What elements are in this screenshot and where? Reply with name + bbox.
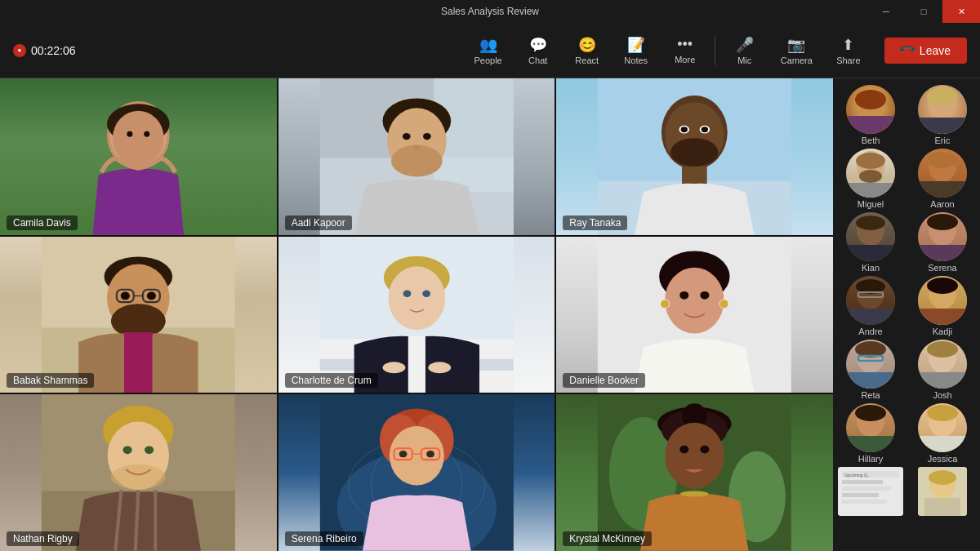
minimize-button[interactable]: ─	[867, 0, 905, 23]
video-cell-krystal[interactable]: Krystal McKinney	[556, 394, 833, 551]
avatar-kadji	[918, 276, 967, 325]
svg-point-43	[422, 290, 430, 296]
people-icon: 👥	[479, 36, 497, 54]
chat-button[interactable]: 💬 Chat	[515, 31, 561, 70]
sidebar-name-beth: Beth	[862, 136, 880, 145]
svg-point-52	[701, 291, 710, 300]
sidebar-thumb-eric[interactable]: Eric	[908, 85, 977, 145]
camera-label: Camera	[781, 56, 813, 65]
chat-label: Chat	[528, 56, 547, 65]
share-label: Share	[836, 56, 860, 65]
main-area: Camila Davis	[0, 78, 980, 551]
svg-point-93	[856, 153, 885, 169]
sidebar-thumb-miguel[interactable]: Miguel	[836, 149, 905, 209]
sidebar-name-miguel: Miguel	[858, 199, 884, 209]
nametag-danielle: Danielle Booker	[563, 373, 645, 388]
window-title: Sales Analysis Review	[441, 6, 539, 17]
sidebar-thumb-andre[interactable]: Andre	[836, 276, 905, 336]
sidebar-thumb-josh[interactable]: Josh	[908, 340, 977, 400]
nametag-aadi: Aadi Kapoor	[285, 216, 352, 230]
leave-button[interactable]: 📞 Leave	[884, 38, 967, 64]
sidebar-name-serena: Serena	[928, 263, 956, 273]
svg-point-13	[423, 133, 431, 140]
sidebar-name-aaron: Aaron	[930, 199, 954, 209]
close-button[interactable]: ✕	[942, 0, 980, 23]
sidebar-thumb-kadji[interactable]: Kadji	[908, 276, 977, 336]
sidebar-thumb-kian[interactable]: Kian	[836, 212, 905, 273]
avatar-aaron	[918, 149, 967, 198]
sidebar-name-kian: Kian	[862, 263, 880, 273]
titlebar: Sales Analysis Review ─ □ ✕	[0, 0, 980, 23]
video-cell-nathan[interactable]: Nathan Rigby	[0, 394, 277, 551]
camera-button[interactable]: 📷 Camera	[771, 31, 822, 70]
react-label: React	[575, 56, 599, 65]
video-cell-aadi[interactable]: Aadi Kapoor	[278, 78, 555, 235]
participant-video-babak	[0, 237, 277, 393]
sidebar-thumb-jessica[interactable]: Jessica	[908, 403, 977, 464]
video-cell-babak[interactable]: Babak Shammas	[0, 237, 277, 393]
svg-rect-128	[842, 487, 891, 491]
sidebar-name-andre: Andre	[858, 327, 882, 336]
svg-point-33	[121, 291, 130, 300]
notes-label: Notes	[624, 56, 648, 65]
people-button[interactable]: 👥 People	[464, 31, 511, 70]
nametag-ray: Ray Tanaka	[563, 216, 627, 230]
sidebar-thumb-aaron[interactable]: Aaron	[908, 149, 977, 209]
svg-rect-111	[918, 309, 967, 325]
maximize-button[interactable]: □	[905, 0, 942, 23]
sidebar-name-reta: Reta	[861, 390, 880, 400]
svg-point-42	[403, 290, 411, 296]
notes-button[interactable]: 📝 Notes	[613, 31, 659, 70]
mic-button[interactable]: 🎤 Mic	[722, 31, 768, 70]
record-dot: ●	[13, 44, 26, 57]
svg-rect-124	[918, 436, 967, 452]
sidebar-row-5: Reta Josh	[836, 340, 977, 400]
svg-point-110	[927, 278, 958, 294]
camera-icon: 📷	[787, 36, 805, 54]
svg-rect-108	[846, 309, 895, 325]
svg-rect-101	[846, 245, 895, 261]
nametag-krystal: Krystal McKinney	[563, 531, 652, 546]
share-icon: ⬆	[842, 36, 854, 54]
notes-icon: 📝	[627, 36, 645, 54]
more-button[interactable]: ••• More	[662, 31, 708, 69]
leave-label: Leave	[920, 44, 951, 57]
video-cell-serena-rib[interactable]: Serena Ribeiro	[278, 394, 555, 551]
svg-text:Upcoming Q...: Upcoming Q...	[844, 473, 871, 478]
svg-point-4	[127, 131, 132, 137]
video-cell-charlotte[interactable]: Charlotte de Crum	[278, 237, 555, 393]
avatar-reta	[846, 340, 895, 389]
nametag-serena-rib: Serena Ribeiro	[285, 531, 363, 546]
svg-rect-88	[846, 116, 895, 134]
sidebar-thumb-hillary[interactable]: Hillary	[836, 403, 905, 464]
svg-rect-41	[408, 336, 425, 393]
video-cell-ray[interactable]: Ray Tanaka	[556, 78, 833, 235]
avatar-josh	[918, 340, 967, 389]
react-button[interactable]: 😊 React	[564, 31, 610, 70]
svg-rect-135	[924, 498, 960, 516]
svg-rect-127	[842, 480, 883, 484]
svg-point-45	[428, 362, 451, 373]
sidebar-thumb-serena[interactable]: Serena	[908, 212, 977, 273]
nav-icons: 👥 People 💬 Chat 😊 React 📝 Notes ••• More…	[464, 31, 871, 70]
sidebar-name-josh: Josh	[933, 390, 951, 400]
sidebar-thumb-beth[interactable]: Beth	[836, 85, 905, 145]
svg-point-57	[111, 464, 166, 490]
svg-point-12	[403, 133, 411, 140]
sidebar-thumb-extra[interactable]	[908, 467, 977, 516]
svg-point-123	[927, 405, 958, 421]
video-cell-camila[interactable]: Camila Davis	[0, 78, 277, 235]
video-cell-danielle[interactable]: Danielle Booker	[556, 237, 833, 393]
participant-video-charlotte	[278, 237, 555, 393]
screen-content: Upcoming Q...	[838, 467, 903, 516]
sidebar-screen-share[interactable]: Upcoming Q...	[836, 467, 905, 516]
svg-point-44	[382, 362, 405, 373]
sidebar-thumb-reta[interactable]: Reta	[836, 340, 905, 400]
share-button[interactable]: ⬆ Share	[826, 31, 871, 70]
sidebar-row-3: Kian Serena	[836, 212, 977, 273]
avatar-beth	[846, 85, 895, 134]
svg-point-50	[719, 299, 728, 308]
more-label: More	[675, 55, 695, 64]
svg-point-48	[665, 267, 724, 333]
svg-point-87	[855, 90, 886, 109]
